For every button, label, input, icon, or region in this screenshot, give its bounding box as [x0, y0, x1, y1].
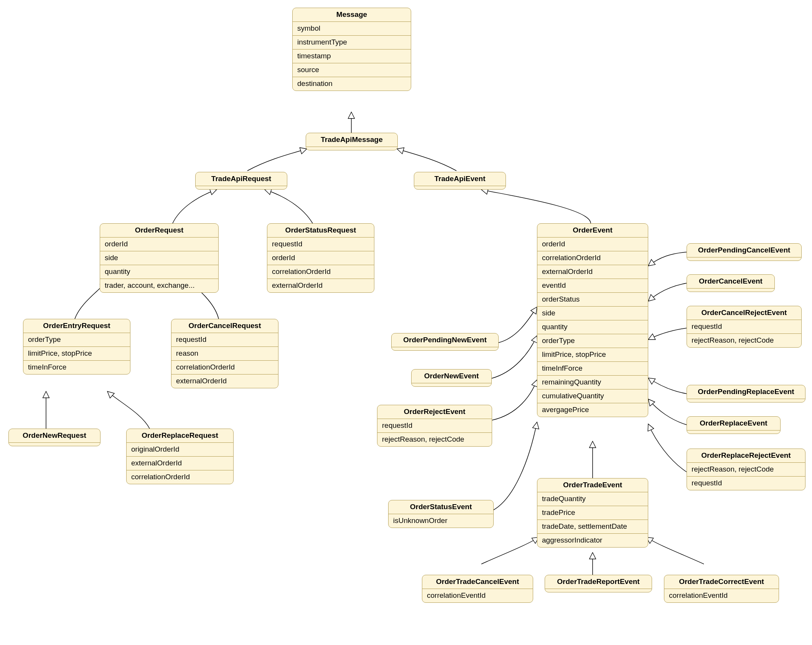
class-attr: timeInfForce: [537, 362, 648, 376]
class-attr: tradeQuantity: [537, 492, 648, 506]
class-attr: orderType: [23, 333, 130, 347]
class-attr: orderStatus: [537, 293, 648, 307]
class-attr: requestId: [377, 419, 492, 433]
class-attr: correlationOrderId: [267, 265, 374, 279]
class-attr: aggressorIndicator: [537, 534, 648, 547]
class-attr: isUnknownOrder: [389, 514, 493, 528]
class-attr: orderId: [100, 238, 218, 251]
class-title: OrderTradeCorrectEvent: [664, 575, 779, 589]
class-ordertradecancelevent: OrderTradeCancelEvent correlationEventId: [422, 575, 533, 603]
class-attr: trader, account, exchange...: [100, 279, 218, 292]
class-title: OrderTradeCancelEvent: [422, 575, 533, 589]
class-attr: tradeDate, settlementDate: [537, 520, 648, 534]
class-attr: correlationEventId: [422, 589, 533, 602]
class-orderstatusrequest: OrderStatusRequest requestId orderId cor…: [267, 223, 374, 293]
class-tradeapirequest: TradeApiRequest: [195, 172, 287, 190]
class-title: OrderEvent: [537, 224, 648, 238]
class-attr: reason: [171, 347, 278, 361]
class-attr: tradePrice: [537, 506, 648, 520]
class-title: OrderPendingCancelEvent: [687, 244, 801, 257]
class-orderstatusevent: OrderStatusEvent isUnknownOrder: [388, 500, 494, 528]
class-ordernewevent: OrderNewEvent: [411, 369, 492, 387]
class-attr: source: [293, 63, 411, 77]
class-ordertradereportevent: OrderTradeReportEvent: [545, 575, 652, 592]
class-orderrequest: OrderRequest orderId side quantity trade…: [100, 223, 219, 293]
class-ordernewrequest: OrderNewRequest: [8, 429, 100, 446]
class-orderreplacerequest: OrderReplaceRequest originalOrderId exte…: [126, 429, 234, 484]
class-orderrejectevent: OrderRejectEvent requestId rejectReason,…: [377, 405, 492, 447]
class-title: Message: [293, 8, 411, 22]
class-attr: requestId: [687, 320, 801, 334]
class-attr: rejectReason, rejectCode: [687, 463, 805, 477]
class-attr: requestId: [687, 477, 805, 490]
class-title: OrderPendingNewEvent: [392, 333, 498, 347]
class-message: Message symbol instrumentType timestamp …: [292, 8, 411, 91]
class-tradeapievent: TradeApiEvent: [414, 172, 506, 190]
class-attr: destination: [293, 77, 411, 91]
class-attr: requestId: [171, 333, 278, 347]
class-title: OrderCancelRejectEvent: [687, 306, 801, 320]
class-ordercancelrejectevent: OrderCancelRejectEvent requestId rejectR…: [687, 306, 802, 348]
class-attr: externalOrderId: [127, 457, 233, 470]
class-title: TradeApiRequest: [196, 172, 287, 186]
class-title: OrderCancelRequest: [171, 319, 278, 333]
class-ordertradecorrectevent: OrderTradeCorrectEvent correlationEventI…: [664, 575, 779, 603]
class-attr: remainingQuantity: [537, 376, 648, 389]
class-title: OrderStatusEvent: [389, 500, 493, 514]
class-ordercancelrequest: OrderCancelRequest requestId reason corr…: [171, 319, 278, 388]
class-title: OrderNewEvent: [412, 370, 491, 383]
class-attr: orderId: [537, 238, 648, 251]
class-title: OrderNewRequest: [9, 429, 100, 443]
class-title: OrderTradeReportEvent: [545, 575, 652, 589]
class-title: OrderRejectEvent: [377, 405, 492, 419]
class-title: TradeApiMessage: [306, 133, 397, 147]
class-orderentryrequest: OrderEntryRequest orderType limitPrice, …: [23, 319, 130, 374]
class-title: OrderReplaceEvent: [687, 417, 780, 431]
uml-class-diagram: Message symbol instrumentType timestamp …: [0, 0, 812, 645]
class-attr: limitPrice, stopPrice: [537, 348, 648, 362]
class-attr: quantity: [537, 320, 648, 334]
class-orderreplacerejectevent: OrderReplaceRejectEvent rejectReason, re…: [687, 449, 805, 490]
class-attr: eventId: [537, 279, 648, 293]
class-orderevent: OrderEvent orderId correlationOrderId ex…: [537, 223, 648, 417]
class-attr: avergagePrice: [537, 403, 648, 417]
class-orderpendingcancelevent: OrderPendingCancelEvent: [687, 243, 802, 261]
class-title: OrderStatusRequest: [267, 224, 374, 238]
class-attr: timestamp: [293, 49, 411, 63]
class-attr: externalOrderId: [267, 279, 374, 292]
class-attr: orderId: [267, 251, 374, 265]
class-tradeapimessage: TradeApiMessage: [306, 133, 398, 150]
class-ordercancelevent: OrderCancelEvent: [687, 274, 775, 292]
class-attr: limitPrice, stopPrice: [23, 347, 130, 361]
class-ordertradeevent: OrderTradeEvent tradeQuantity tradePrice…: [537, 478, 648, 548]
class-attr: correlationOrderId: [127, 470, 233, 484]
class-attr: correlationEventId: [664, 589, 779, 602]
class-title: OrderPendingReplaceEvent: [687, 385, 805, 399]
class-attr: instrumentType: [293, 36, 411, 49]
class-title: OrderReplaceRequest: [127, 429, 233, 443]
class-attr: rejectReason, rejectCode: [687, 334, 801, 347]
class-attr: side: [100, 251, 218, 265]
class-orderpendingreplaceevent: OrderPendingReplaceEvent: [687, 385, 805, 403]
class-attr: externalOrderId: [537, 265, 648, 279]
class-title: OrderReplaceRejectEvent: [687, 449, 805, 463]
class-attr: requestId: [267, 238, 374, 251]
class-attr: cumulativeQuantity: [537, 389, 648, 403]
class-attr: symbol: [293, 22, 411, 36]
class-title: OrderEntryRequest: [23, 319, 130, 333]
class-attr: externalOrderId: [171, 374, 278, 388]
class-title: OrderTradeEvent: [537, 478, 648, 492]
class-orderpendingnewevent: OrderPendingNewEvent: [391, 333, 499, 351]
class-attr: timeInForce: [23, 361, 130, 374]
class-attr: side: [537, 307, 648, 320]
class-attr: correlationOrderId: [537, 251, 648, 265]
class-attr: rejectReason, rejectCode: [377, 433, 492, 446]
class-attr: correlationOrderId: [171, 361, 278, 374]
class-title: TradeApiEvent: [414, 172, 506, 186]
class-attr: originalOrderId: [127, 443, 233, 457]
class-orderreplaceevent: OrderReplaceEvent: [687, 416, 781, 434]
class-title: OrderRequest: [100, 224, 218, 238]
class-title: OrderCancelEvent: [687, 275, 774, 289]
class-attr: quantity: [100, 265, 218, 279]
class-attr: orderType: [537, 334, 648, 348]
